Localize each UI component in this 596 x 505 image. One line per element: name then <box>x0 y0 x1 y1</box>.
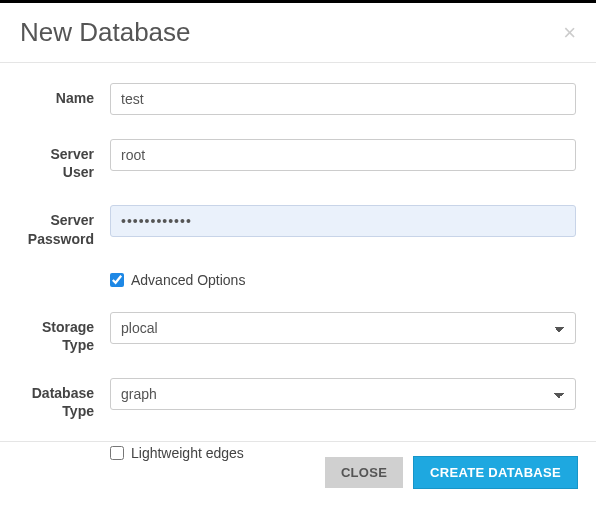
modal-footer: CLOSE CREATE DATABASE <box>0 441 596 505</box>
server-user-label: Server User <box>20 139 110 181</box>
modal-title: New Database <box>20 17 191 48</box>
create-database-button[interactable]: CREATE DATABASE <box>413 456 578 489</box>
row-storage-type: Storage Type plocal <box>20 312 576 354</box>
row-name: Name <box>20 83 576 115</box>
name-input[interactable] <box>110 83 576 115</box>
server-password-label: Server Password <box>20 205 110 247</box>
row-database-type: Database Type graph <box>20 378 576 420</box>
storage-type-label: Storage Type <box>20 312 110 354</box>
server-user-input[interactable] <box>110 139 576 171</box>
row-server-password: Server Password <box>20 205 576 247</box>
advanced-options-checkbox[interactable] <box>110 273 124 287</box>
row-advanced-options: Advanced Options <box>20 272 576 288</box>
storage-type-select[interactable]: plocal <box>110 312 576 344</box>
modal-header: New Database × <box>0 3 596 63</box>
close-button[interactable]: CLOSE <box>325 457 403 488</box>
name-label: Name <box>20 83 110 107</box>
row-server-user: Server User <box>20 139 576 181</box>
database-type-label: Database Type <box>20 378 110 420</box>
advanced-options-checkbox-wrap[interactable]: Advanced Options <box>110 272 576 288</box>
server-password-input[interactable] <box>110 205 576 237</box>
database-type-select[interactable]: graph <box>110 378 576 410</box>
close-icon[interactable]: × <box>563 22 576 44</box>
modal-body: Name Server User Server Password Advance… <box>0 63 596 495</box>
advanced-spacer <box>20 272 110 278</box>
advanced-options-label: Advanced Options <box>131 272 245 288</box>
